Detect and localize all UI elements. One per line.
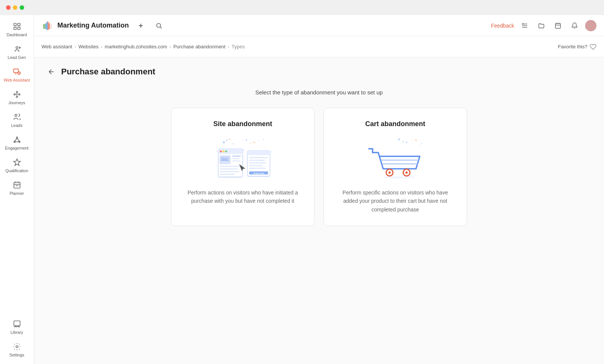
notifications-button[interactable] — [569, 20, 581, 32]
planner-icon — [12, 180, 22, 190]
svg-rect-98 — [384, 176, 414, 178]
sidebar-label-lead-gen: Lead Gen — [8, 55, 26, 60]
svg-rect-40 — [522, 23, 523, 25]
sidebar-item-leads[interactable]: Leads — [2, 109, 32, 131]
svg-point-49 — [246, 139, 247, 141]
svg-point-85 — [398, 139, 400, 140]
svg-line-36 — [160, 27, 162, 28]
svg-rect-75 — [249, 151, 271, 153]
favorite-text: Favorite this? — [558, 44, 587, 49]
svg-rect-2 — [14, 27, 16, 29]
page-title: Purchase abandonment — [61, 67, 155, 77]
app-title: Marketing Automation — [57, 22, 129, 29]
breadcrumb-sep-1: › — [74, 44, 76, 49]
folder-button[interactable] — [535, 20, 547, 32]
sidebar-item-library[interactable]: Library — [2, 316, 32, 338]
breadcrumb-web-assistant[interactable]: Web assistant — [42, 44, 72, 49]
svg-point-97 — [405, 171, 408, 174]
svg-rect-67 — [220, 166, 241, 167]
breadcrumb-sep-2: › — [101, 44, 102, 49]
dashboard-icon — [12, 22, 22, 31]
search-button[interactable] — [153, 20, 165, 32]
app-header: Marketing Automation Feedback — [34, 15, 604, 36]
site-abandonment-card[interactable]: Site abandonment + + ○ — [171, 108, 314, 226]
title-bar — [0, 0, 604, 15]
main-area: Marketing Automation Feedback — [34, 15, 604, 364]
svg-text:+: + — [226, 138, 228, 142]
add-button[interactable] — [135, 20, 147, 32]
svg-marker-18 — [13, 159, 20, 165]
svg-marker-32 — [43, 24, 45, 29]
svg-rect-79 — [249, 165, 263, 166]
svg-point-91 — [419, 147, 421, 148]
svg-text:○: ○ — [258, 139, 260, 142]
svg-point-7 — [14, 94, 15, 95]
journeys-icon — [12, 90, 22, 99]
maximize-button[interactable] — [20, 5, 24, 10]
sidebar-label-library: Library — [11, 330, 23, 335]
page-subtitle: Select the type of abandonment you want … — [46, 89, 592, 96]
qualification-icon — [12, 158, 22, 167]
site-abandonment-title: Site abandonment — [213, 120, 272, 128]
content-area: Purchase abandonment Select the type of … — [34, 57, 604, 364]
sidebar-item-qualification[interactable]: Qualification — [2, 154, 32, 177]
svg-point-95 — [388, 171, 391, 174]
svg-rect-19 — [14, 182, 20, 188]
favorite-button[interactable]: Favorite this? — [558, 43, 596, 50]
site-abandonment-illustration: + + ○ — [209, 136, 277, 181]
feedback-button[interactable]: Feedback — [491, 23, 514, 29]
sidebar-item-lead-gen[interactable]: Lead Gen — [2, 41, 32, 63]
list-view-button[interactable] — [519, 20, 531, 32]
svg-rect-41 — [555, 23, 561, 28]
cart-abandonment-card[interactable]: Cart abandonment + + — [324, 108, 467, 226]
svg-rect-69 — [220, 171, 239, 172]
svg-point-86 — [406, 142, 407, 143]
svg-point-60 — [225, 151, 227, 153]
svg-rect-84 — [247, 176, 270, 177]
sidebar-label-leads: Leads — [11, 123, 23, 128]
sidebar-label-journeys: Journeys — [8, 100, 25, 105]
svg-rect-64 — [232, 156, 241, 157]
sidebar-item-settings[interactable]: Settings — [2, 338, 32, 361]
logo-icon — [42, 20, 54, 32]
sidebar-item-engagement[interactable]: Engagement — [2, 131, 32, 154]
breadcrumb-purchase-abandonment[interactable]: Purchase abandonment — [173, 44, 225, 49]
traffic-lights — [6, 5, 24, 10]
breadcrumb-types: Types — [232, 44, 245, 49]
svg-rect-65 — [232, 158, 239, 159]
svg-rect-80 — [249, 168, 266, 169]
svg-point-12 — [16, 137, 18, 139]
svg-line-15 — [14, 138, 17, 141]
svg-rect-3 — [17, 27, 20, 29]
svg-point-50 — [253, 142, 255, 143]
avatar[interactable] — [585, 20, 596, 31]
svg-point-8 — [16, 91, 18, 93]
svg-rect-83 — [218, 176, 243, 178]
library-icon — [12, 319, 22, 329]
svg-point-47 — [229, 139, 230, 140]
svg-rect-24 — [14, 321, 20, 326]
svg-point-51 — [263, 139, 264, 140]
sidebar-label-settings: Settings — [9, 353, 25, 357]
calendar-button[interactable] — [552, 20, 564, 32]
sidebar-item-planner[interactable]: Planner — [2, 177, 32, 199]
close-button[interactable] — [6, 5, 11, 10]
sidebar-item-journeys[interactable]: Journeys — [2, 86, 32, 109]
sidebar-label-engagement: Engagement — [5, 146, 28, 150]
back-button[interactable] — [46, 66, 57, 77]
svg-point-58 — [220, 151, 222, 153]
settings-icon — [12, 342, 22, 351]
sidebar-item-dashboard[interactable]: Dashboard — [2, 18, 32, 41]
svg-rect-78 — [249, 162, 267, 163]
svg-text:+: + — [410, 137, 412, 141]
minimize-button[interactable] — [13, 5, 17, 10]
cards-container: Site abandonment + + ○ — [46, 108, 592, 226]
breadcrumb-websites[interactable]: Websites — [79, 44, 99, 49]
svg-rect-76 — [249, 157, 268, 158]
sidebar-item-web-assistant[interactable]: Web Assistant — [2, 63, 32, 86]
svg-rect-5 — [13, 69, 18, 72]
sidebar-label-qualification: Qualification — [5, 168, 28, 173]
sidebar-label-planner: Planner — [10, 191, 24, 196]
breadcrumb-site[interactable]: marketinghub.zohosites.com — [105, 44, 167, 49]
svg-rect-66 — [232, 160, 240, 162]
